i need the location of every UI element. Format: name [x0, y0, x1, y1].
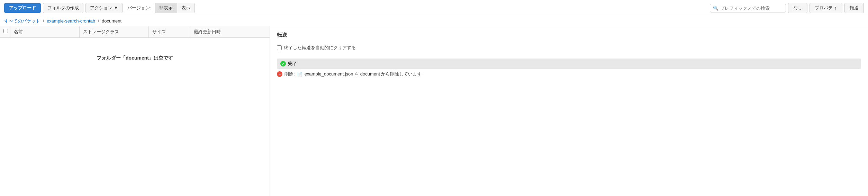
breadcrumb-all-buckets[interactable]: すべてのバケット	[4, 18, 40, 24]
transfer-delete-item: − 削除: 📄 example_document.json を document…	[277, 71, 861, 77]
col-storage-header: ストレージクラス	[80, 26, 149, 37]
col-name-header: 名前	[10, 26, 80, 37]
delete-detail: example_document.json を document から削除してい…	[305, 71, 422, 77]
left-panel: 名前 ストレージクラス サイズ 最終更新日時 フォルダー「document」は空…	[0, 26, 270, 196]
right-panel: 転送 終了した転送を自動的にクリアする ✓ 完了 − 削除: 📄 example…	[270, 26, 868, 196]
breadcrumb-sep1: /	[43, 18, 44, 24]
create-folder-button[interactable]: フォルダの作成	[43, 3, 83, 13]
transfer-button[interactable]: 転送	[844, 3, 864, 13]
transfer-section: ✓ 完了 − 削除: 📄 example_document.json を doc…	[277, 59, 861, 77]
auto-clear-row: 終了した転送を自動的にクリアする	[277, 45, 861, 51]
version-toggle: 非表示 表示	[155, 3, 195, 13]
table-header: 名前 ストレージクラス サイズ 最終更新日時	[0, 26, 270, 38]
breadcrumb: すべてのバケット / example-search-crontab / docu…	[0, 16, 868, 26]
none-button[interactable]: なし	[788, 3, 807, 13]
version-label: バージョン:	[127, 5, 151, 11]
breadcrumb-bucket[interactable]: example-search-crontab	[47, 18, 95, 24]
action-button[interactable]: アクション ▼	[85, 3, 123, 13]
file-icon: 📄	[297, 72, 302, 77]
col-size-header: サイズ	[149, 26, 190, 37]
breadcrumb-sep2: /	[98, 18, 99, 24]
show-button[interactable]: 表示	[177, 3, 195, 13]
transfer-complete-item: ✓ 完了	[277, 59, 861, 69]
hide-button[interactable]: 非表示	[155, 3, 177, 13]
complete-icon: ✓	[280, 61, 286, 66]
empty-state-message: フォルダー「document」は空です	[97, 55, 173, 61]
upload-button[interactable]: アップロード	[4, 3, 41, 13]
delete-icon: −	[277, 71, 282, 77]
auto-clear-checkbox[interactable]	[277, 45, 282, 50]
panel-title: 転送	[277, 32, 861, 38]
select-all-checkbox[interactable]	[3, 29, 8, 33]
properties-button[interactable]: プロパティ	[810, 3, 842, 13]
auto-clear-label: 終了した転送を自動的にクリアする	[284, 45, 356, 51]
empty-state: フォルダー「document」は空です	[0, 38, 270, 196]
search-icon: 🔍	[713, 6, 718, 11]
col-last-modified-header: 最終更新日時	[190, 26, 270, 37]
search-wrapper: 🔍	[710, 4, 786, 12]
search-input[interactable]	[720, 6, 783, 11]
breadcrumb-folder: document	[102, 18, 121, 24]
main-layout: 名前 ストレージクラス サイズ 最終更新日時 フォルダー「document」は空…	[0, 26, 868, 196]
toolbar: アップロード フォルダの作成 アクション ▼ バージョン: 非表示 表示 🔍 な…	[0, 0, 868, 16]
delete-label: 削除:	[284, 71, 295, 77]
complete-label: 完了	[288, 61, 297, 67]
col-checkbox	[0, 26, 10, 37]
